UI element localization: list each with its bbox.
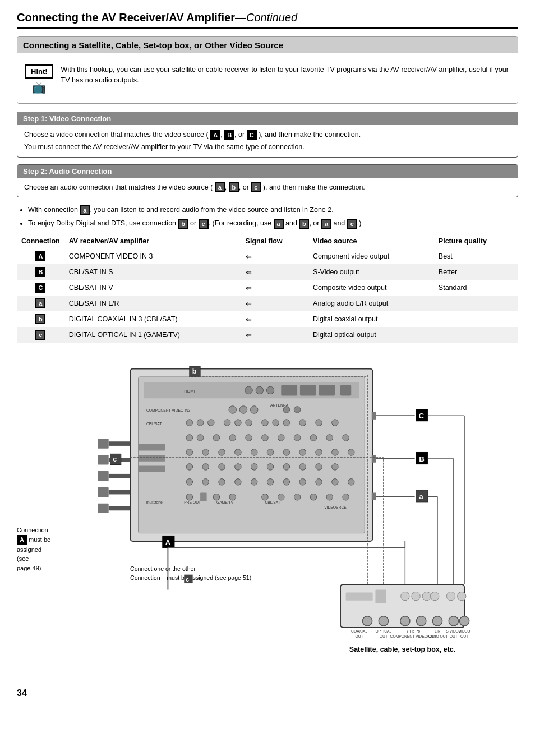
svg-point-22 bbox=[224, 420, 230, 426]
svg-text:COMPONENT VIDEO IN3: COMPONENT VIDEO IN3 bbox=[146, 409, 191, 413]
cell-flow: ⇐ bbox=[241, 264, 309, 280]
cell-flow: ⇐ bbox=[241, 248, 309, 265]
col-av: AV receiver/AV amplifier bbox=[64, 234, 241, 248]
svg-point-33 bbox=[213, 435, 220, 441]
svg-text:HDMI: HDMI bbox=[184, 389, 195, 394]
table-row: a CBL/SAT IN L/R ⇐ Analog audio L/R outp… bbox=[17, 296, 518, 311]
cell-av: CBL/SAT IN V bbox=[64, 280, 241, 296]
svg-point-134 bbox=[432, 616, 442, 626]
svg-point-28 bbox=[299, 420, 306, 426]
hint-icon: 📺 bbox=[32, 81, 46, 94]
svg-point-6 bbox=[266, 386, 274, 394]
cell-source: Digital optical output bbox=[308, 327, 434, 343]
svg-point-74 bbox=[316, 479, 322, 486]
badge-b-s2: b bbox=[229, 182, 239, 192]
badge-A-s1: A bbox=[210, 130, 220, 140]
svg-point-129 bbox=[457, 592, 465, 601]
svg-point-62 bbox=[283, 464, 290, 471]
svg-text:Connect one or the other: Connect one or the other bbox=[130, 565, 196, 572]
svg-text:a: a bbox=[419, 492, 423, 501]
svg-rect-42 bbox=[138, 444, 165, 451]
svg-text:OUT: OUT bbox=[460, 634, 468, 638]
svg-point-135 bbox=[449, 616, 458, 626]
cell-quality bbox=[434, 311, 518, 327]
svg-point-30 bbox=[331, 420, 338, 426]
svg-point-14 bbox=[250, 406, 257, 413]
table-row: A COMPONENT VIDEO IN 3 ⇐ Component video… bbox=[17, 248, 518, 265]
svg-text:VIDEO: VIDEO bbox=[458, 630, 470, 634]
svg-point-86 bbox=[278, 494, 284, 501]
badge-c-b2: c bbox=[199, 219, 209, 229]
svg-rect-117 bbox=[372, 493, 376, 500]
svg-rect-99 bbox=[98, 471, 108, 481]
svg-point-124 bbox=[400, 592, 409, 601]
svg-point-77 bbox=[186, 494, 193, 501]
svg-text:CBL/SAT: CBL/SAT bbox=[146, 422, 162, 426]
svg-point-53 bbox=[316, 449, 322, 456]
svg-point-133 bbox=[416, 616, 426, 626]
bullet-2: To enjoy Dolby Digital and DTS, use conn… bbox=[28, 218, 518, 229]
badge-a-b1: a bbox=[80, 205, 90, 215]
svg-rect-92 bbox=[108, 441, 130, 446]
page-title: Connecting the AV Receiver/AV Amplifier—… bbox=[17, 11, 518, 29]
svg-point-73 bbox=[299, 479, 306, 486]
table-row: C CBL/SAT IN V ⇐ Composite video output … bbox=[17, 280, 518, 296]
svg-point-90 bbox=[343, 494, 349, 501]
svg-point-13 bbox=[239, 406, 247, 413]
badge-b-b2b: b bbox=[299, 219, 309, 229]
step1-box: Step 1: Video Connection Choose a video … bbox=[17, 112, 518, 158]
badge-c-b2d: c bbox=[347, 219, 357, 229]
svg-point-55 bbox=[348, 449, 354, 456]
cell-conn: C bbox=[17, 280, 64, 296]
col-connection: Connection bbox=[17, 234, 64, 248]
svg-point-76 bbox=[348, 479, 354, 486]
svg-point-17 bbox=[294, 407, 301, 413]
bullet-1: With connection a, you can listen to and… bbox=[28, 204, 518, 215]
cell-conn: a bbox=[17, 296, 64, 311]
svg-point-41 bbox=[343, 435, 349, 441]
svg-text:OUT: OUT bbox=[380, 634, 388, 638]
cell-quality bbox=[434, 327, 518, 343]
step2-header: Step 2: Audio Connection bbox=[17, 165, 518, 178]
svg-rect-100 bbox=[98, 487, 108, 497]
col-quality: Picture quality bbox=[434, 234, 518, 248]
svg-rect-10 bbox=[340, 385, 351, 396]
svg-point-80 bbox=[229, 494, 236, 501]
cell-flow: ⇐ bbox=[241, 311, 309, 327]
svg-point-88 bbox=[310, 494, 317, 501]
step1-line1: Choose a video connection that matches t… bbox=[24, 130, 511, 140]
svg-point-23 bbox=[234, 420, 241, 426]
cell-flow: ⇐ bbox=[241, 327, 309, 343]
svg-point-38 bbox=[294, 435, 301, 441]
svg-point-19 bbox=[186, 420, 193, 426]
svg-point-136 bbox=[459, 616, 469, 626]
svg-rect-98 bbox=[98, 455, 108, 465]
svg-point-57 bbox=[202, 464, 209, 471]
cell-quality: Better bbox=[434, 264, 518, 280]
svg-point-16 bbox=[283, 407, 290, 413]
svg-point-52 bbox=[299, 449, 306, 456]
svg-rect-94 bbox=[108, 474, 130, 478]
hint-text: With this hookup, you can use your satel… bbox=[61, 64, 510, 86]
col-source: Video source bbox=[308, 234, 434, 248]
cell-source: Composite video output bbox=[308, 280, 434, 296]
connection-table: Connection AV receiver/AV amplifier Sign… bbox=[17, 234, 518, 343]
badge-a-b2c: a bbox=[321, 219, 331, 229]
diagram-labels: Connection A must be assigned (see page … bbox=[17, 352, 76, 677]
svg-point-36 bbox=[261, 435, 268, 441]
svg-point-12 bbox=[229, 406, 236, 413]
svg-rect-8 bbox=[300, 385, 316, 396]
svg-text:c: c bbox=[186, 576, 189, 583]
cell-quality bbox=[434, 296, 518, 311]
svg-point-54 bbox=[331, 449, 338, 456]
svg-text:b: b bbox=[192, 367, 196, 375]
cell-flow: ⇐ bbox=[241, 280, 309, 296]
svg-point-47 bbox=[219, 449, 225, 456]
svg-rect-116 bbox=[372, 455, 376, 463]
svg-rect-96 bbox=[108, 506, 130, 511]
main-section: Connecting a Satellite, Cable, Set-top b… bbox=[17, 36, 518, 104]
svg-point-60 bbox=[251, 464, 257, 471]
svg-point-34 bbox=[229, 435, 236, 441]
badge-c-s2: c bbox=[251, 182, 261, 192]
svg-text:A: A bbox=[165, 538, 170, 547]
